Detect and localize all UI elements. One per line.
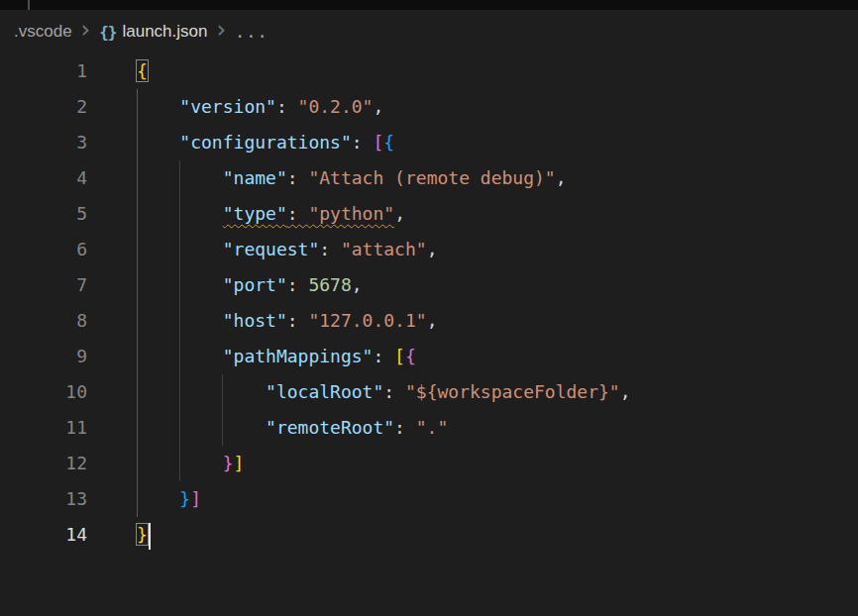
code-line[interactable]: 4 "name": "Attach (remote debug)", <box>0 160 858 196</box>
code-text: "host": "127.0.0.1", <box>137 303 437 339</box>
code-area[interactable]: 1{2 "version": "0.2.0",3 "configurations… <box>0 53 858 553</box>
code-token: ] <box>190 488 201 509</box>
warning-squiggle-token: "type" <box>223 203 287 224</box>
indent-guide <box>137 481 138 517</box>
indent-guide <box>222 410 223 446</box>
indent-guide <box>179 303 180 339</box>
line-number[interactable]: 12 <box>0 446 87 481</box>
code-token: [ <box>373 132 383 153</box>
line-number[interactable]: 4 <box>0 160 87 196</box>
code-line[interactable]: 12 }] <box>0 446 858 481</box>
code-line[interactable]: 13 }] <box>0 481 858 517</box>
indent-guide <box>179 374 180 410</box>
breadcrumb-item-folder[interactable]: .vscode <box>14 22 72 42</box>
code-token: "${workspaceFolder}" <box>405 381 620 402</box>
code-token: , <box>427 239 438 259</box>
matched-bracket: { <box>137 60 148 81</box>
line-number[interactable]: 5 <box>0 196 87 232</box>
matched-bracket: } <box>137 524 148 545</box>
line-number[interactable]: 13 <box>0 481 87 517</box>
code-token: : <box>352 132 374 153</box>
code-token: : <box>373 346 394 366</box>
code-token <box>137 488 179 509</box>
line-number[interactable]: 8 <box>0 303 87 339</box>
text-cursor <box>149 523 151 550</box>
code-token: , <box>373 96 383 117</box>
code-token: , <box>620 381 631 402</box>
code-token: 5678 <box>308 274 351 295</box>
code-line[interactable]: 2 "version": "0.2.0", <box>0 89 858 125</box>
code-text: "remoteRoot": "." <box>137 410 448 446</box>
code-text: "pathMappings": [{ <box>137 339 416 374</box>
code-line[interactable]: 8 "host": "127.0.0.1", <box>0 303 858 339</box>
warning-squiggle-token: : <box>287 203 309 224</box>
code-token: { <box>383 132 394 153</box>
code-line[interactable]: 7 "port": 5678, <box>0 267 858 303</box>
code-text: "name": "Attach (remote debug)", <box>137 160 567 196</box>
code-token: , <box>556 167 567 188</box>
line-number[interactable]: 6 <box>0 232 87 267</box>
indent-guide <box>137 410 138 446</box>
code-token: "name" <box>223 167 287 188</box>
tab-separator <box>28 0 30 10</box>
indent-guide <box>137 160 138 196</box>
code-token <box>137 96 179 117</box>
code-token: } <box>223 453 234 473</box>
code-line[interactable]: 3 "configurations": [{ <box>0 125 858 160</box>
breadcrumb-item-more[interactable]: ... <box>235 22 268 42</box>
line-number[interactable]: 11 <box>0 410 87 446</box>
code-token: "attach" <box>341 239 427 259</box>
breadcrumb-item-file[interactable]: {} launch.json <box>99 22 207 42</box>
code-line[interactable]: 5 "type": "python", <box>0 196 858 232</box>
code-token: : <box>287 310 309 331</box>
indent-guide <box>179 160 180 196</box>
code-text: "type": "python", <box>137 196 405 232</box>
code-token <box>137 132 179 153</box>
code-token: "port" <box>223 274 287 295</box>
code-text: "port": 5678, <box>137 267 363 303</box>
code-token: : <box>287 167 309 188</box>
code-token: "localRoot" <box>266 381 383 402</box>
indent-guide <box>137 339 138 374</box>
code-token: { <box>405 346 416 366</box>
indent-guide <box>137 374 138 410</box>
code-token: [ <box>394 346 405 366</box>
code-token: "version" <box>179 96 276 117</box>
code-line[interactable]: 14} <box>0 517 858 553</box>
line-number[interactable]: 7 <box>0 267 87 303</box>
code-token: "0.2.0" <box>298 96 374 117</box>
code-token: ] <box>234 453 245 473</box>
indent-guide <box>137 232 138 267</box>
indent-guide <box>222 374 223 410</box>
code-text: { <box>137 53 148 89</box>
line-number[interactable]: 10 <box>0 374 87 410</box>
warning-squiggle-token: "python" <box>308 203 394 224</box>
code-token: } <box>179 488 190 509</box>
indent-guide <box>179 410 180 446</box>
indent-guide <box>137 125 138 160</box>
indent-guide <box>179 267 180 303</box>
code-token: "configurations" <box>179 132 351 153</box>
code-token: "pathMappings" <box>223 346 374 366</box>
indent-guide <box>179 446 180 481</box>
line-number[interactable]: 3 <box>0 125 87 160</box>
code-text: "request": "attach", <box>137 232 437 267</box>
json-braces-icon: {} <box>99 23 116 42</box>
code-line[interactable]: 9 "pathMappings": [{ <box>0 339 858 374</box>
code-line[interactable]: 1{ <box>0 53 858 89</box>
code-token: "host" <box>223 310 287 331</box>
code-line[interactable]: 10 "localRoot": "${workspaceFolder}", <box>0 374 858 410</box>
line-number[interactable]: 9 <box>0 339 87 374</box>
code-line[interactable]: 11 "remoteRoot": "." <box>0 410 858 446</box>
code-text: "localRoot": "${workspaceFolder}", <box>137 374 631 410</box>
line-number[interactable]: 1 <box>0 53 87 89</box>
line-number[interactable]: 2 <box>0 89 87 125</box>
code-token: "Attach (remote debug)" <box>308 167 555 188</box>
indent-guide <box>179 196 180 232</box>
line-number[interactable]: 14 <box>0 517 87 553</box>
code-token: , <box>352 274 363 295</box>
code-token: "remoteRoot" <box>266 417 394 438</box>
code-line[interactable]: 6 "request": "attach", <box>0 232 858 267</box>
indent-guide <box>137 267 138 303</box>
code-token: : <box>394 417 416 438</box>
